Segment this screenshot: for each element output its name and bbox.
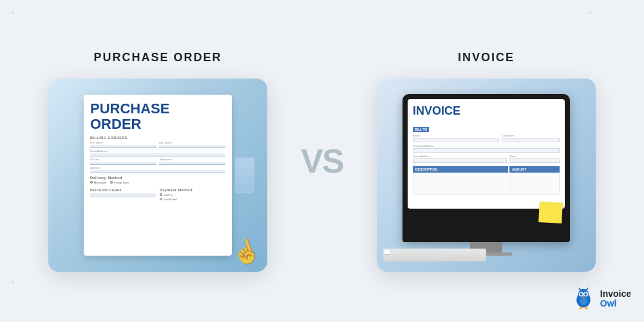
inv-name-group: Name bbox=[413, 134, 499, 142]
po-tel-label: Telephone* bbox=[159, 158, 225, 161]
finger-pointer: ☝️ bbox=[228, 234, 265, 269]
po-idcard-field bbox=[90, 162, 156, 165]
delivery-options: Motorcycle Pickup Truck bbox=[90, 181, 225, 184]
cash-option: Cash C... bbox=[164, 193, 175, 196]
monitor: INVOICE BILL TO Name Last Name bbox=[402, 94, 570, 242]
logo-invoice: Invoice bbox=[600, 289, 631, 299]
invoice-section: INVOICE INVOICE BILL TO Name bbox=[351, 51, 621, 272]
pickup-option: Pickup Truck bbox=[114, 181, 129, 184]
inv-addr-row: Street Address Phone bbox=[413, 155, 560, 163]
inv-doc-title: INVOICE bbox=[413, 104, 560, 118]
svg-point-11 bbox=[580, 297, 587, 305]
svg-point-8 bbox=[581, 293, 582, 294]
payment-options: Cash C... bbox=[160, 193, 225, 196]
logo-text-container: Invoice Owl bbox=[600, 289, 631, 309]
po-document: PURCHASE ORDER BILLING ADDRESS First Nam… bbox=[84, 95, 232, 256]
inv-lastname-field bbox=[502, 138, 560, 142]
po-lastname-field bbox=[159, 145, 225, 148]
sticky-note bbox=[538, 202, 563, 223]
owl-icon bbox=[572, 287, 595, 310]
po-id-tel-row: ID Card Telephone* bbox=[90, 158, 225, 165]
inv-street-group: Street Address bbox=[413, 155, 507, 163]
inv-name-field bbox=[413, 138, 499, 142]
glass-decoration bbox=[235, 157, 254, 193]
decorative-dots-tl: for(let i=0;i<30;i++) document.currentSc… bbox=[12, 12, 55, 14]
inv-desc-header: DESCRIPTION bbox=[413, 166, 508, 173]
logo-area: Invoice Owl bbox=[572, 287, 631, 310]
po-title: PURCHASE ORDER bbox=[93, 51, 222, 64]
po-doc-title: PURCHASE ORDER bbox=[90, 101, 225, 132]
billing-address-label: BILLING ADDRESS bbox=[90, 136, 225, 140]
inv-lastname-label: Last Name bbox=[502, 134, 560, 137]
inv-amount-body bbox=[511, 173, 560, 195]
vs-badge: VS bbox=[293, 132, 351, 190]
inv-phone-group: Phone bbox=[509, 155, 560, 163]
inv-street-field bbox=[413, 158, 507, 163]
svg-marker-2 bbox=[578, 287, 582, 290]
inv-table-body bbox=[413, 173, 560, 195]
inv-name-row: Name Last Name bbox=[413, 134, 560, 142]
inv-amount-header: AMOUNT bbox=[509, 166, 560, 173]
inv-card: INVOICE BILL TO Name Last Name bbox=[377, 79, 596, 272]
inv-name-fields: Name Last Name Company Addre bbox=[413, 134, 560, 163]
svg-point-9 bbox=[586, 293, 587, 294]
po-address-label: Address* bbox=[90, 166, 225, 169]
po-name-row: First Name* Last Name* bbox=[90, 141, 225, 148]
po-card: PURCHASE ORDER BILLING ADDRESS First Nam… bbox=[48, 79, 267, 272]
motorcycle-option: Motorcycle bbox=[94, 181, 106, 184]
po-firstname-label: First Name* bbox=[90, 141, 156, 144]
svg-marker-3 bbox=[585, 287, 589, 290]
inv-company-row: Company Address bbox=[413, 144, 560, 153]
discount-label: Discount Codes bbox=[90, 188, 156, 192]
po-lastname-label: Last Name* bbox=[159, 141, 225, 144]
svg-point-6 bbox=[580, 293, 583, 296]
vs-text: VS bbox=[301, 144, 343, 178]
inv-name-label: Name bbox=[413, 134, 499, 137]
inv-phone-label: Phone bbox=[509, 155, 560, 158]
po-email-field bbox=[90, 153, 225, 156]
discount-field bbox=[90, 193, 156, 196]
po-tel-field bbox=[159, 162, 225, 165]
keyboard: for(let i=0;i<36;i++) document.currentSc… bbox=[383, 249, 486, 261]
logo-owl: Owl bbox=[600, 299, 631, 308]
inv-company-group: Company Address bbox=[413, 144, 560, 153]
inv-desc-body bbox=[413, 173, 509, 195]
po-address-field bbox=[90, 170, 225, 173]
inv-title: INVOICE bbox=[458, 51, 515, 64]
inv-company-field bbox=[413, 148, 560, 153]
decorative-dots-bl: for(let i=0;i<30;i++) document.currentSc… bbox=[12, 281, 55, 283]
inv-table-headers: DESCRIPTION AMOUNT bbox=[413, 166, 560, 173]
po-firstname-field bbox=[90, 145, 156, 148]
inv-phone-field bbox=[509, 158, 560, 163]
inv-company-label: Company Address bbox=[413, 144, 560, 147]
delivery-label: Delivery Method bbox=[90, 176, 225, 180]
svg-point-7 bbox=[584, 293, 587, 296]
bill-to-label: BILL TO bbox=[413, 127, 429, 132]
po-email-label: Email Address* bbox=[90, 149, 225, 153]
decorative-dots-tr: for(let i=0;i<30;i++) document.currentSc… bbox=[589, 12, 632, 14]
credit-option: Credit Card bbox=[164, 198, 176, 201]
payment-label: Payment Method bbox=[160, 188, 225, 192]
po-idcard-label: ID Card bbox=[90, 158, 156, 161]
credit-options: Credit Card bbox=[160, 198, 225, 201]
inv-street-label: Street Address bbox=[413, 155, 507, 158]
main-container: for(let i=0;i<30;i++) document.currentSc… bbox=[0, 0, 644, 322]
inv-lastname-group: Last Name bbox=[502, 134, 560, 142]
purchase-order-section: PURCHASE ORDER PURCHASE ORDER BILLING AD… bbox=[23, 51, 293, 272]
monitor-screen: INVOICE BILL TO Name Last Name bbox=[408, 99, 565, 209]
